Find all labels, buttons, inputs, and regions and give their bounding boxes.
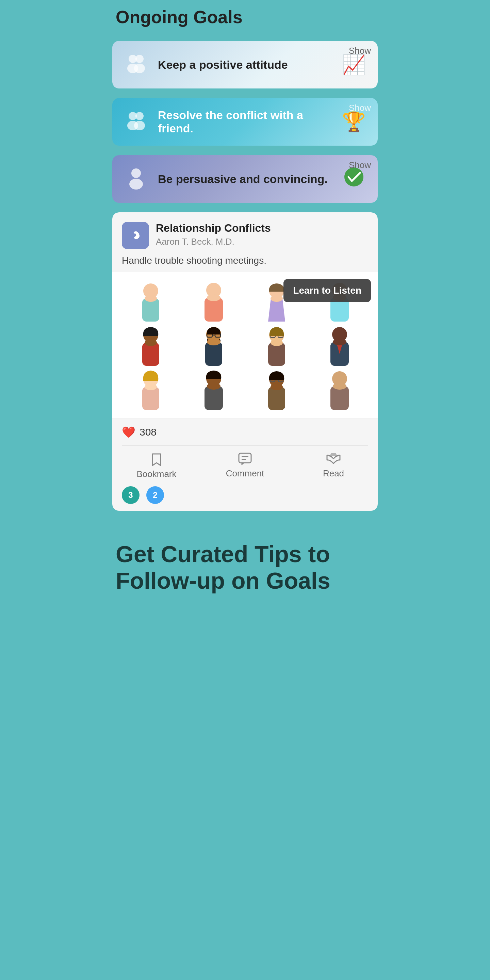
heart-icon: ❤️ — [122, 426, 135, 439]
bottom-section: Get Curated Tips to Follow-up on Goals — [112, 541, 378, 594]
person-2 — [193, 279, 234, 323]
curated-title: Get Curated Tips to Follow-up on Goals — [116, 541, 374, 594]
bookmark-label: Bookmark — [137, 469, 176, 479]
goal-icon-2 — [123, 108, 150, 135]
person-6 — [193, 323, 234, 368]
goal-badge-2: 🏆 — [340, 111, 368, 133]
svg-point-43 — [333, 339, 347, 345]
goal-show-btn-2[interactable]: Show — [349, 103, 371, 113]
likes-count: 308 — [140, 426, 156, 438]
svg-point-1 — [135, 55, 143, 63]
svg-rect-54 — [268, 387, 285, 410]
comment-button[interactable]: Comment — [201, 453, 289, 479]
svg-point-33 — [207, 339, 221, 345]
svg-point-7 — [134, 121, 145, 130]
svg-point-17 — [207, 294, 221, 301]
svg-point-14 — [145, 295, 157, 302]
person-11 — [256, 368, 297, 412]
goal-badge-1: 📈 — [340, 53, 368, 76]
goal-icon-3 — [123, 165, 150, 192]
person-5 — [130, 323, 171, 368]
article-author: Aaron T. Beck, M.D. — [156, 237, 271, 247]
svg-point-8 — [131, 169, 141, 178]
person-12 — [319, 368, 360, 412]
article-header: Relationship Conflicts Aaron T. Beck, M.… — [112, 212, 378, 255]
svg-point-3 — [134, 64, 145, 73]
svg-point-49 — [207, 383, 221, 390]
svg-point-19 — [270, 295, 283, 302]
svg-point-5 — [135, 112, 143, 120]
svg-marker-62 — [329, 453, 338, 457]
article-card: Relationship Conflicts Aaron T. Beck, M.… — [112, 212, 378, 511]
svg-rect-45 — [142, 387, 159, 410]
svg-rect-48 — [205, 386, 223, 410]
person-8 — [319, 323, 360, 368]
stats-row: ❤️ 308 — [112, 418, 378, 445]
svg-rect-59 — [239, 453, 251, 463]
svg-rect-57 — [331, 386, 349, 410]
read-button[interactable]: Read — [289, 453, 378, 479]
goal-icon-1 — [123, 51, 150, 78]
read-icon — [326, 453, 340, 466]
goal-text-2: Resolve the conflict with a friend. — [158, 108, 340, 135]
badge-row: 3 2 — [112, 486, 378, 511]
comment-icon — [238, 453, 252, 466]
person-7 — [256, 323, 297, 368]
article-meta: Relationship Conflicts Aaron T. Beck, M.… — [156, 222, 271, 247]
svg-rect-16 — [205, 298, 223, 321]
svg-point-46 — [145, 383, 157, 390]
person-1 — [130, 279, 171, 323]
actions-row: Bookmark Comment Read — [112, 446, 378, 486]
svg-point-55 — [270, 383, 283, 390]
svg-rect-24 — [142, 343, 159, 366]
goal-text-3: Be persuasive and convincing. — [158, 172, 340, 186]
goal-card-3: Show Be persuasive and convincing. — [112, 155, 378, 203]
comment-label: Comment — [226, 468, 264, 479]
article-image: Learn to Listen — [112, 272, 378, 418]
section-title: Ongoing Goals — [112, 7, 378, 27]
goal-text-1: Keep a positive attitude — [158, 58, 340, 72]
svg-point-39 — [270, 339, 283, 346]
svg-point-9 — [129, 179, 143, 189]
goal-show-btn-1[interactable]: Show — [349, 46, 371, 56]
read-label: Read — [323, 468, 344, 479]
svg-point-25 — [145, 339, 157, 346]
learn-to-listen-badge: Learn to Listen — [283, 279, 371, 302]
article-description: Handle trouble shooting meetings. — [112, 255, 378, 272]
svg-rect-38 — [268, 343, 285, 366]
article-avatar — [122, 222, 149, 249]
article-title: Relationship Conflicts — [156, 222, 271, 234]
person-10 — [193, 368, 234, 412]
badge-blue: 2 — [146, 486, 164, 504]
goal-show-btn-3[interactable]: Show — [349, 160, 371, 170]
svg-rect-32 — [205, 342, 222, 366]
goal-card-2: Show Resolve the conflict with a friend.… — [112, 98, 378, 146]
svg-rect-13 — [142, 298, 159, 321]
person-9 — [130, 368, 171, 412]
goal-card-1: Show Keep a positive attitude 📈 — [112, 41, 378, 89]
bookmark-button[interactable]: Bookmark — [112, 453, 201, 479]
svg-point-58 — [333, 383, 347, 390]
bookmark-icon — [150, 453, 163, 466]
badge-teal: 3 — [122, 486, 140, 504]
